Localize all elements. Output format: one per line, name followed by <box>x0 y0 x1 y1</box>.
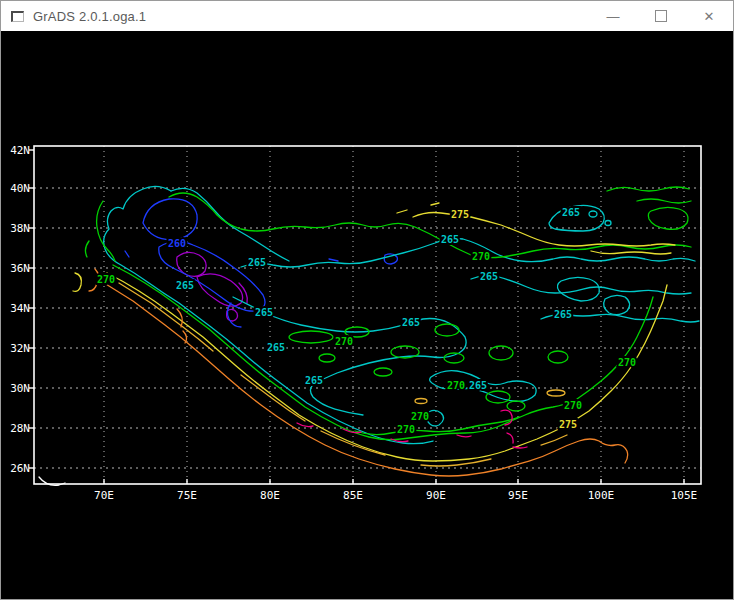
y-tick-label: 38N <box>10 222 30 235</box>
plot-canvas: 2602652652702752652652702652652652652702… <box>1 31 734 600</box>
contour-label: 265 <box>255 307 273 318</box>
window-titlebar: GrADS 2.0.1.oga.1 — ✕ <box>1 1 733 31</box>
contour-label: 260 <box>168 238 186 249</box>
contour-label: 265 <box>562 207 580 218</box>
contour-label: 270 <box>335 336 353 347</box>
window-controls: — ✕ <box>589 1 733 31</box>
contour-label: 265 <box>469 380 487 391</box>
contour-label: 265 <box>305 375 323 386</box>
y-tick-label: 32N <box>10 342 30 355</box>
contour-label: 270 <box>411 411 429 422</box>
y-tick-label: 26N <box>10 462 30 475</box>
contour-labels: 2602652652702752652652702652652652652702… <box>97 207 636 435</box>
contour-label: 265 <box>402 317 420 328</box>
x-tick-label: 85E <box>343 489 363 502</box>
contour-label: 265 <box>480 271 498 282</box>
x-tick-label: 70E <box>94 489 114 502</box>
x-tick-label: 105E <box>671 489 698 502</box>
contour-label: 265 <box>176 280 194 291</box>
close-icon: ✕ <box>704 9 715 24</box>
contour-label: 270 <box>564 400 582 411</box>
y-tick-label: 40N <box>10 182 30 195</box>
contour-label: 275 <box>451 209 469 220</box>
y-tick-label: 30N <box>10 382 30 395</box>
maximize-button[interactable] <box>637 1 685 31</box>
contour-label: 265 <box>441 234 459 245</box>
x-tick-label: 95E <box>508 489 528 502</box>
grads-window: GrADS 2.0.1.oga.1 — ✕ <box>0 0 734 600</box>
contour-label: 270 <box>618 357 636 368</box>
app-window-icon <box>11 11 24 22</box>
contour-label: 270 <box>447 380 465 391</box>
contour-label: 270 <box>472 251 490 262</box>
contour-label: 265 <box>554 309 572 320</box>
minimize-icon: — <box>607 9 620 24</box>
y-tick-label: 36N <box>10 262 30 275</box>
x-tick-label: 90E <box>426 489 446 502</box>
contour-lines <box>73 186 699 476</box>
contour-label: 275 <box>559 419 577 430</box>
y-tick-label: 28N <box>10 422 30 435</box>
contour-label: 265 <box>267 342 285 353</box>
contour-label: 270 <box>97 274 115 285</box>
y-tick-label: 42N <box>10 144 30 157</box>
y-tick-label: 34N <box>10 302 30 315</box>
contour-plot: 2602652652702752652652702652652652652702… <box>1 31 734 600</box>
x-tick-label: 100E <box>588 489 615 502</box>
minimize-button[interactable]: — <box>589 1 637 31</box>
axis-labels: 70E75E80E85E90E95E100E105E42N40N38N36N34… <box>10 144 697 502</box>
window-title: GrADS 2.0.1.oga.1 <box>33 9 146 24</box>
x-tick-label: 75E <box>177 489 197 502</box>
contour-label: 265 <box>248 257 266 268</box>
close-button[interactable]: ✕ <box>685 1 733 31</box>
contour-label: 270 <box>397 424 415 435</box>
x-tick-label: 80E <box>260 489 280 502</box>
maximize-icon <box>655 10 667 22</box>
